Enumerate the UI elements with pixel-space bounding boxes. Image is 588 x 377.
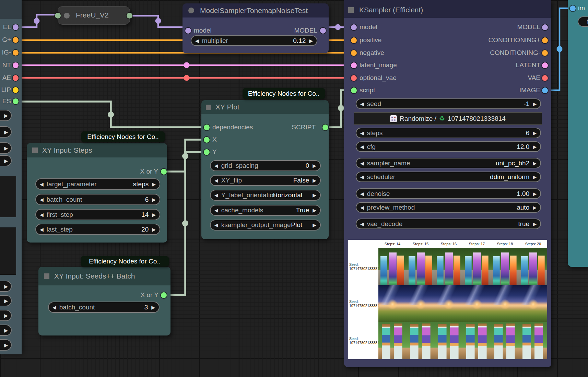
increment-arrow-icon[interactable]: ▶	[533, 144, 537, 149]
output-slot-script-dot[interactable]	[322, 125, 328, 130]
decrement-arrow-icon[interactable]: ◀	[214, 178, 218, 183]
increment-arrow-icon[interactable]: ▶	[4, 313, 8, 318]
increment-arrow-icon[interactable]: ▶	[533, 102, 537, 106]
link-dot[interactable]	[338, 105, 344, 111]
decrement-arrow-icon[interactable]: ◀	[360, 102, 364, 106]
widget-y-label-orientation[interactable]: ◀ Y_label_orientation Horizontal ▶	[210, 190, 321, 201]
link-dot[interactable]	[182, 220, 188, 226]
increment-arrow-icon[interactable]: ▶	[4, 298, 8, 304]
link-dot[interactable]	[335, 24, 341, 30]
widget-seed[interactable]: ◀ seed -1 ▶	[356, 98, 541, 109]
decrement-arrow-icon[interactable]: ◀	[360, 205, 364, 210]
decrement-arrow-icon[interactable]: ◀	[40, 227, 44, 232]
prompt-text-area[interactable]	[0, 176, 16, 217]
increment-arrow-icon[interactable]: ▶	[152, 197, 156, 202]
increment-arrow-icon[interactable]: ▶	[309, 38, 313, 43]
node-title[interactable]: FreeU_V2	[76, 11, 109, 19]
ksampler-node[interactable]: KSampler (Efficient) model positive nega…	[344, 0, 551, 367]
input-slot-dependencies-dot[interactable]	[204, 125, 210, 130]
widget-stub[interactable]: ▶	[0, 310, 12, 321]
increment-arrow-icon[interactable]: ▶	[152, 182, 156, 187]
widget-stub[interactable]: ▶	[0, 155, 12, 166]
widget-stub[interactable]: ▶	[0, 339, 12, 351]
decrement-arrow-icon[interactable]: ◀	[360, 144, 364, 149]
widget-cache-models[interactable]: ◀ cache_models True ▶	[210, 205, 321, 216]
widget-denoise[interactable]: ◀ denoise 1.00 ▶	[356, 188, 541, 199]
increment-arrow-icon[interactable]: ▶	[4, 158, 8, 164]
widget-steps[interactable]: ◀ steps 6 ▶	[356, 128, 541, 138]
collapse-circle-icon[interactable]	[188, 8, 194, 13]
increment-arrow-icon[interactable]: ▶	[313, 163, 316, 168]
widget-first-step[interactable]: ◀ first_step 14 ▶	[35, 209, 160, 220]
link-dot[interactable]	[34, 18, 40, 24]
input-slot-x-dot[interactable]	[204, 137, 210, 143]
widget-stub[interactable]: ▶	[0, 325, 12, 336]
decrement-arrow-icon[interactable]: ◀	[40, 197, 44, 202]
widget-filename-prefix[interactable]: f	[578, 16, 588, 27]
decrement-arrow-icon[interactable]: ◀	[214, 193, 218, 198]
input-slot-negative-dot[interactable]	[351, 50, 357, 56]
efficient-loader-node[interactable]: EL G+ IG- NT AE LIP ES ▶ ▶ ▶ ▶ ▶ ▶ ▶ ▶ ▶	[0, 0, 22, 354]
input-slot-positive-dot[interactable]	[351, 37, 357, 43]
input-slot-images-dot[interactable]	[570, 5, 576, 11]
widget-target-parameter[interactable]: ◀ target_parameter steps ▶	[35, 178, 160, 190]
output-slot-vae-dot[interactable]	[13, 75, 19, 81]
decrement-arrow-icon[interactable]: ◀	[214, 163, 218, 168]
output-slot-model-dot[interactable]	[13, 24, 19, 30]
input-slot-y-dot[interactable]	[204, 149, 210, 155]
collapse-square-icon[interactable]	[206, 105, 211, 110]
xy-input-steps-node[interactable]: XY Input: Steps X or Y ◀ target_paramete…	[27, 143, 167, 243]
decrement-arrow-icon[interactable]: ◀	[195, 38, 199, 43]
save-image-node[interactable]: im f	[568, 0, 588, 267]
decrement-arrow-icon[interactable]: ◀	[52, 305, 56, 310]
node-title-bar[interactable]: XY Input: Seeds++ Batch	[38, 267, 170, 285]
node-title-bar[interactable]: KSampler (Efficient)	[344, 0, 551, 18]
increment-arrow-icon[interactable]: ▶	[152, 227, 156, 232]
increment-arrow-icon[interactable]: ▶	[4, 129, 8, 135]
widget-last-step[interactable]: ◀ last_step 20 ▶	[35, 224, 160, 235]
increment-arrow-icon[interactable]: ▶	[4, 284, 8, 289]
output-slot-x-or-y-dot[interactable]	[161, 169, 167, 175]
widget-vae-decode[interactable]: ◀ vae_decode true ▶	[356, 219, 541, 229]
increment-arrow-icon[interactable]: ▶	[533, 175, 537, 179]
decrement-arrow-icon[interactable]: ◀	[40, 212, 44, 217]
randomize-seed-button[interactable]: Randomize / ♻ 1071478021333814	[354, 112, 542, 125]
increment-arrow-icon[interactable]: ▶	[152, 212, 156, 217]
widget-batch-count[interactable]: ◀ batch_count 3 ▶	[48, 302, 160, 313]
increment-arrow-icon[interactable]: ▶	[151, 305, 155, 310]
collapse-square-icon[interactable]	[32, 148, 38, 153]
increment-arrow-icon[interactable]: ▶	[313, 208, 316, 213]
collapsed-output-dot[interactable]	[127, 13, 132, 19]
widget-scheduler[interactable]: ◀ scheduler ddim_uniform ▶	[356, 172, 541, 182]
node-title-bar[interactable]	[0, 0, 22, 19]
widget-stub[interactable]: ▶	[0, 110, 12, 121]
output-slot-dependencies-dot[interactable]	[13, 98, 19, 104]
input-slot-script-dot[interactable]	[351, 87, 357, 93]
widget-sampler-name[interactable]: ◀ sampler_name uni_pc_bh2 ▶	[356, 158, 541, 168]
link-dot[interactable]	[184, 75, 190, 81]
output-slot-vae-dot[interactable]	[542, 75, 548, 81]
widget-stub[interactable]: ▶	[0, 142, 12, 154]
widget-grid-spacing[interactable]: ◀ grid_spacing 0 ▶	[210, 160, 321, 171]
decrement-arrow-icon[interactable]: ◀	[360, 191, 364, 196]
widget-cfg[interactable]: ◀ cfg 12.0 ▶	[356, 141, 541, 152]
decrement-arrow-icon[interactable]: ◀	[360, 131, 364, 136]
widget-stub[interactable]: ▶	[0, 126, 12, 138]
output-slot-clip-dot[interactable]	[13, 87, 19, 93]
decrement-arrow-icon[interactable]: ◀	[360, 222, 364, 226]
increment-arrow-icon[interactable]: ▶	[533, 191, 537, 196]
link-dot[interactable]	[155, 18, 161, 24]
increment-arrow-icon[interactable]: ▶	[533, 205, 537, 210]
decrement-arrow-icon[interactable]: ◀	[360, 175, 364, 179]
output-slot-conditioning-plus-dot[interactable]	[13, 37, 19, 43]
increment-arrow-icon[interactable]: ▶	[313, 223, 316, 227]
input-slot-model-dot[interactable]	[351, 24, 357, 30]
widget-ksampler-output-image[interactable]: ◀ ksampler_output_image Plot ▶	[210, 220, 321, 231]
collapse-square-icon[interactable]	[348, 7, 354, 13]
output-slot-model-dot[interactable]	[320, 28, 326, 34]
widget-stub[interactable]: ▶	[0, 295, 12, 306]
output-slot-conditioning-minus-dot[interactable]	[542, 50, 548, 56]
collapse-circle-icon[interactable]	[64, 13, 70, 19]
increment-arrow-icon[interactable]: ▶	[533, 161, 537, 166]
node-title-bar[interactable]: XY Plot	[201, 100, 329, 114]
